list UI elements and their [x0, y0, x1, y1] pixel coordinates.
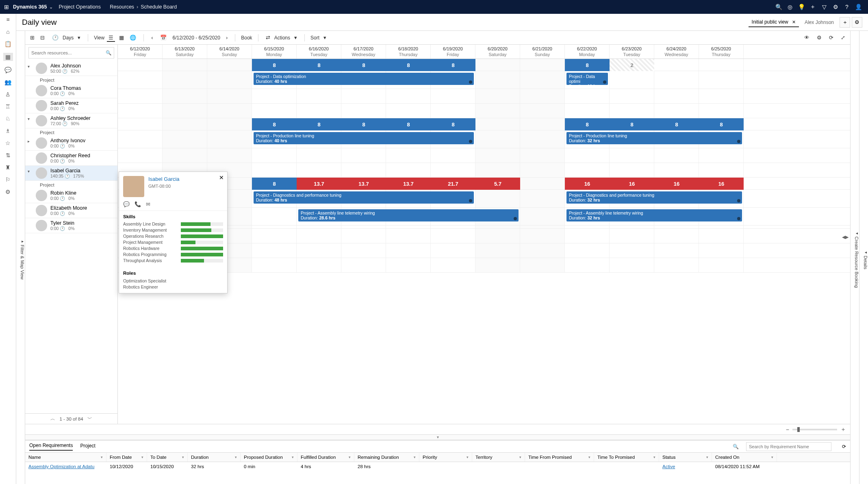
prev-range-icon[interactable]: ‹: [150, 34, 154, 41]
capacity-cell[interactable]: [475, 118, 520, 130]
breadcrumb-resources[interactable]: Resources: [110, 4, 134, 10]
team-icon[interactable]: ♗: [3, 128, 13, 134]
capacity-cell[interactable]: 5.7: [475, 178, 520, 190]
zoom-slider[interactable]: [792, 429, 837, 430]
booking-block[interactable]: Project - Diagnostics and performance tu…: [566, 191, 742, 204]
collapse-rows-icon[interactable]: ⊟: [39, 34, 46, 41]
cell[interactable]: 28 hrs: [354, 462, 419, 471]
day-header[interactable]: 6/18/2020Thursday: [386, 45, 431, 59]
column-header[interactable]: Time From Promised▾: [525, 453, 594, 462]
sort-icon[interactable]: ⇅: [3, 152, 13, 158]
resource-row[interactable]: ▾ Isabel Garcia 140:35 🕐 175%: [25, 166, 117, 181]
next-range-icon[interactable]: ›: [224, 34, 229, 41]
fullscreen-icon[interactable]: ⤢: [839, 34, 847, 41]
close-tab-icon[interactable]: ✕: [792, 20, 796, 24]
capacity-cell[interactable]: 8: [431, 59, 475, 71]
expand-toggle-icon[interactable]: ▸: [28, 139, 30, 143]
cell[interactable]: 08/14/2020 11:52 AM: [712, 462, 777, 471]
chat-icon[interactable]: 💬: [3, 67, 13, 73]
gear-icon[interactable]: ⚙: [830, 4, 841, 10]
phone-icon[interactable]: 📞: [135, 201, 141, 207]
capacity-cell[interactable]: 8: [699, 118, 744, 130]
resource-row[interactable]: Elizabeth Moore 0:00 🕐 0%: [25, 203, 117, 218]
capacity-cell[interactable]: 8: [252, 118, 297, 130]
pager-up-icon[interactable]: ︿: [50, 416, 55, 422]
home-icon[interactable]: ⌂: [3, 28, 13, 35]
capacity-cell[interactable]: [475, 59, 520, 71]
zoom-in-icon[interactable]: ＋: [840, 426, 846, 433]
column-header[interactable]: Fulfilled Duration▾: [297, 453, 354, 462]
date-range-text[interactable]: 6/12/2020 - 6/25/2020: [172, 35, 220, 41]
column-header[interactable]: Remaining Duration▾: [354, 453, 419, 462]
capacity-cell[interactable]: 8: [341, 118, 386, 130]
column-header[interactable]: From Date▾: [106, 453, 147, 462]
day-header[interactable]: 6/16/2020Tuesday: [297, 45, 341, 59]
booking-block[interactable]: Project - Assembly line telemetry wiring…: [298, 209, 519, 221]
booking-block[interactable]: Project - Diagnostics and performance tu…: [254, 191, 474, 204]
column-header[interactable]: Time To Promised▾: [594, 453, 659, 462]
column-header[interactable]: Status▾: [659, 453, 712, 462]
breadcrumb-schedule-board[interactable]: Schedule Board: [141, 4, 177, 10]
capacity-cell[interactable]: [654, 59, 699, 71]
column-header[interactable]: Territory▾: [472, 453, 525, 462]
clipboard-icon[interactable]: 📋: [3, 41, 13, 47]
day-header[interactable]: 6/13/2020Saturday: [163, 45, 207, 59]
resource-row[interactable]: Sarah Perez 0:00 🕐 0%: [25, 98, 117, 113]
email-icon[interactable]: ✉: [146, 201, 150, 207]
capacity-cell[interactable]: 8: [386, 118, 431, 130]
close-popover-icon[interactable]: ✕: [219, 174, 224, 181]
capacity-cell[interactable]: 8: [386, 59, 431, 71]
capacity-cell[interactable]: 8: [341, 59, 386, 71]
chevron-down-icon[interactable]: ⌄: [49, 4, 53, 10]
grid-view-icon[interactable]: ▦: [117, 34, 126, 41]
calendar-picker-icon[interactable]: 📅: [158, 34, 168, 41]
cell[interactable]: [472, 462, 525, 471]
column-header[interactable]: Name▾: [25, 453, 106, 462]
column-header[interactable]: Duration▾: [188, 453, 241, 462]
booking-block[interactable]: Project - Production line tuningDuration…: [254, 132, 474, 144]
column-header[interactable]: To Date▾: [147, 453, 188, 462]
capacity-cell[interactable]: [163, 118, 207, 130]
resource-row[interactable]: Christopher Reed 0:00 🕐 0%: [25, 151, 117, 166]
module-name[interactable]: Project Operations: [59, 4, 101, 10]
add-view-button[interactable]: ＋: [840, 17, 850, 28]
capacity-cell[interactable]: [207, 118, 252, 130]
expand-toggle-icon[interactable]: ▾: [28, 117, 30, 121]
grid-splitter[interactable]: ▾: [25, 434, 850, 440]
day-header[interactable]: 6/19/2020Friday: [431, 45, 475, 59]
resource-row[interactable]: Cora Thomas 0:00 🕐 0%: [25, 83, 117, 98]
capacity-cell[interactable]: 8: [565, 118, 610, 130]
cell[interactable]: Active: [659, 462, 712, 471]
resource-row[interactable]: Robin Kline 0:00 🕐 0%: [25, 188, 117, 203]
search-resources-input[interactable]: 🔍: [28, 47, 114, 59]
day-header[interactable]: 6/20/2020Saturday: [475, 45, 520, 59]
org-icon[interactable]: ♙: [3, 91, 13, 98]
user-icon[interactable]: 👤: [853, 4, 864, 10]
resource-row[interactable]: ▸ Anthony Ivonov 0:00 🕐 0%: [25, 136, 117, 151]
cell[interactable]: 10/12/2020: [106, 462, 147, 471]
booking-block[interactable]: Project - Data optimizationDuration: 40 …: [254, 73, 474, 85]
capacity-cell[interactable]: 13.7: [386, 178, 431, 190]
view-name-text[interactable]: Alex Johnson: [805, 20, 834, 25]
cell[interactable]: 32 hrs: [188, 462, 241, 471]
chevron-down-icon[interactable]: ▾: [322, 34, 328, 41]
capacity-cell[interactable]: 8: [252, 59, 297, 71]
flag-icon[interactable]: ⚐: [3, 176, 13, 183]
capacity-cell[interactable]: [207, 59, 252, 71]
capacity-cell[interactable]: [163, 59, 207, 71]
board-settings-icon[interactable]: ⚙: [815, 34, 823, 41]
day-header[interactable]: 6/24/2020Wednesday: [654, 45, 699, 59]
expand-rows-icon[interactable]: ⊞: [28, 34, 36, 41]
capacity-cell[interactable]: 13.7: [297, 178, 341, 190]
people-icon[interactable]: 👥: [3, 79, 13, 85]
booking-block[interactable]: Project - Data optimiDuration: 10 hrs: [566, 73, 608, 85]
view-tab-active[interactable]: Initial public view ✕: [749, 17, 799, 27]
hamburger-icon[interactable]: ≡: [3, 16, 13, 23]
day-header[interactable]: 6/15/2020Monday: [252, 45, 297, 59]
details-rail[interactable]: ◂ Details: [859, 31, 868, 484]
cell[interactable]: [419, 462, 472, 471]
list-view-icon[interactable]: ☰: [107, 34, 115, 42]
column-header[interactable]: Proposed Duration▾: [241, 453, 297, 462]
booking-block[interactable]: Project - Assembly line telemetry wiring…: [566, 209, 742, 221]
day-header[interactable]: 6/22/2020Monday: [565, 45, 610, 59]
